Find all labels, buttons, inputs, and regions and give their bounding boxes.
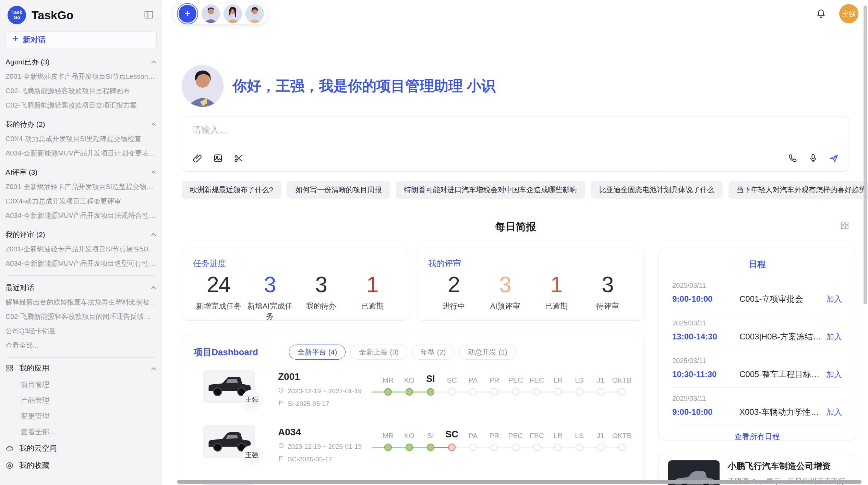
attach-file-button[interactable] bbox=[192, 153, 203, 164]
notifications-button[interactable] bbox=[816, 8, 826, 20]
sidebar-list-item[interactable]: Z001-全新燃油轻卡产品开发项目SI造型提交物评审 bbox=[5, 179, 156, 194]
sidebar-list-item[interactable]: Z001-全新燃油皮卡产品开发项目SI节点Lesson Learn报告 bbox=[5, 69, 156, 84]
sidebar: Task Go TaskGo 新对话 Agent已办 (3) bbox=[0, 0, 162, 485]
recent-chat-item[interactable]: C02-飞腾新能源轻客改款项目的闭环通告反馈情况 bbox=[5, 309, 156, 324]
project-row[interactable]: 王强 A034 2023-12-19 ~ 2026-01-19 bbox=[194, 425, 632, 471]
sidebar-list-item[interactable]: A034-全新新能源MUV产品开发项目计划变更表编写 bbox=[5, 146, 156, 160]
sidebar-list-item[interactable]: C02-飞腾新能源轻客改款项目立项汇报方案 bbox=[5, 98, 156, 112]
sidebar-item-my-apps[interactable]: 我的应用 bbox=[5, 360, 156, 377]
sidebar-list-item[interactable]: C0X4-动力总成开发项目SI里程碑提交物检查 bbox=[5, 132, 156, 146]
dashboard-filter-chip[interactable]: 全新平台 (4) bbox=[289, 345, 346, 360]
milestone-node bbox=[618, 444, 626, 451]
insert-image-button[interactable] bbox=[213, 153, 223, 164]
recent-chat-item[interactable]: 查看全部... bbox=[5, 338, 156, 352]
app-sub-item[interactable]: 项目管理 bbox=[5, 377, 156, 393]
new-chat-button[interactable]: 新对话 bbox=[5, 32, 157, 48]
sidebar-list-item[interactable]: A034-全新新能源MUV产品开发项目法规符合性评审 bbox=[5, 208, 156, 223]
sidebar-list-item[interactable]: Z001-全新燃油轻卡产品开发项目SI节点属性5D文件评审 bbox=[5, 242, 156, 256]
milestone-label: FEC bbox=[530, 371, 544, 384]
milestone-label: OKTB bbox=[612, 371, 631, 384]
daily-briefing-title: 每日简报 bbox=[495, 221, 536, 232]
milestone-timeline: MR KO bbox=[377, 370, 632, 396]
sidebar-section-header[interactable]: AI评审 (3) bbox=[5, 165, 156, 179]
collapse-sidebar-button[interactable] bbox=[143, 9, 154, 21]
screenshot-button[interactable] bbox=[233, 153, 244, 164]
milestone-label: SC bbox=[445, 427, 458, 440]
milestone[interactable]: OKTB bbox=[611, 427, 632, 451]
project-row[interactable]: 王强 Z001 2023-12-19 ~ 2027-01-19 bbox=[194, 370, 632, 415]
app-sub-item[interactable]: 变更管理 bbox=[5, 408, 156, 424]
milestone-node bbox=[448, 388, 456, 396]
session-avatar-3[interactable] bbox=[245, 4, 264, 23]
sidebar-section-header[interactable]: 我的评审 (2) bbox=[5, 227, 156, 242]
sidebar-section-header[interactable]: Agent已办 (3) bbox=[5, 55, 156, 69]
chat-input[interactable] bbox=[192, 125, 839, 135]
voice-call-button[interactable] bbox=[787, 153, 798, 164]
new-session-button[interactable] bbox=[179, 5, 196, 23]
project-code: Z001 bbox=[278, 371, 377, 382]
stat-label: 新增完成任务 bbox=[193, 301, 244, 311]
session-avatar-2[interactable] bbox=[224, 4, 242, 23]
app-sub-item[interactable]: 产品管理 bbox=[5, 393, 156, 408]
schedule-time: 10:30-11:30 bbox=[672, 370, 739, 379]
suggestion-chip[interactable]: 如何写一份清晰的项目周报 bbox=[287, 181, 390, 199]
bell-icon bbox=[816, 8, 826, 20]
suggestion-chip[interactable]: 欧洲新规最近颁布了什么? bbox=[182, 181, 281, 199]
horizontal-scrollbar[interactable] bbox=[177, 480, 861, 484]
stat-grid: 2 进行中 3 AI预评审 bbox=[428, 272, 633, 311]
join-meeting-link[interactable]: 加入 bbox=[826, 369, 842, 380]
vertical-scrollbar[interactable] bbox=[864, 5, 867, 304]
send-button[interactable] bbox=[829, 153, 839, 164]
session-avatar-1[interactable] bbox=[202, 4, 220, 23]
dashboard-filter-chip[interactable]: 年型 (2) bbox=[412, 345, 455, 360]
schedule-item: 2025/03/11 13:00-14:30 C003|H0B-方案冻结评审 加… bbox=[672, 312, 842, 350]
join-meeting-link[interactable]: 加入 bbox=[826, 294, 842, 304]
microphone-button[interactable] bbox=[808, 153, 818, 164]
user-avatar[interactable]: 王强 bbox=[839, 4, 858, 23]
stat-value: 1 bbox=[531, 272, 582, 298]
sidebar-recent-section: 最近对话 解释最新出台的欧盟报废车法规再生塑料比例被调至15%... C02-飞… bbox=[5, 281, 156, 352]
schedule-row: 10:30-11:30 C005-整车工程目标评审 加入 bbox=[672, 369, 842, 380]
milestone-node bbox=[512, 444, 519, 451]
briefing-layout-button[interactable] bbox=[840, 221, 849, 231]
dashboard-filter-chip[interactable]: 全新上装 (3) bbox=[350, 345, 407, 360]
dashboard-filter-chip[interactable]: 动总开发 (1) bbox=[459, 345, 516, 360]
milestone-label: OKTB bbox=[612, 427, 631, 440]
sidebar-item-cloud-space[interactable]: 我的云空间 bbox=[5, 440, 156, 457]
milestone-label: PEC bbox=[508, 427, 523, 440]
logo-text-bottom: Go bbox=[13, 15, 20, 20]
sidebar-header: Task Go TaskGo bbox=[0, 0, 162, 30]
chevron-up-icon bbox=[151, 60, 156, 64]
milestone-label: PR bbox=[489, 371, 499, 384]
stat-item: 1 已逾期 bbox=[347, 272, 398, 322]
app-sub-item[interactable]: 查看全部... bbox=[5, 424, 156, 440]
milestone[interactable]: OKTB bbox=[611, 371, 632, 396]
recent-chat-item[interactable]: 解释最新出台的欧盟报废车法规再生塑料比例被调至15%... bbox=[5, 295, 156, 309]
sidebar-item-favorites[interactable]: 我的收藏 bbox=[5, 457, 156, 474]
suggestion-chip[interactable]: 比亚迪全固态电池计划具体说了什么 bbox=[591, 181, 723, 199]
project-flag-text: SC-2025-05-17 bbox=[288, 456, 332, 463]
stat-card-title: 任务进度 bbox=[193, 258, 398, 269]
sidebar-section-header[interactable]: 最近对话 bbox=[5, 281, 156, 295]
sidebar-list-item[interactable]: A034-全新新能源MUV产品开发项目造型可行性评审 bbox=[5, 256, 156, 271]
main-area: 王强 你好，王强，我是你的项目管理助理 小识 bbox=[162, 0, 868, 485]
milestone-node bbox=[491, 388, 498, 396]
input-toolbar-right bbox=[787, 153, 839, 164]
schedule-date: 2025/03/11 bbox=[672, 357, 842, 365]
divider bbox=[6, 357, 156, 358]
flag-icon bbox=[278, 400, 284, 408]
milestone-label: KO bbox=[404, 427, 414, 440]
sidebar-section-header[interactable]: 我的待办 (2) bbox=[5, 117, 156, 132]
recent-chat-item[interactable]: 公司Q3轻卡销量 bbox=[5, 324, 156, 338]
suggestion-chip[interactable]: 当下年轻人对汽车外观有怎样的喜好趋势 bbox=[728, 181, 868, 199]
stat-label: 已逾期 bbox=[347, 301, 398, 311]
schedule-event-title: C003|H0B-方案冻结评审 bbox=[739, 331, 826, 342]
sidebar-item-ai-employee[interactable]: AI超级员工 bbox=[5, 481, 156, 485]
join-meeting-link[interactable]: 加入 bbox=[826, 407, 842, 418]
join-meeting-link[interactable]: 加入 bbox=[826, 332, 842, 342]
schedule-row: 9:00-10:00 X003-车辆动力学性能验... 加入 bbox=[672, 407, 842, 418]
suggestion-chip[interactable]: 特朗普可能对进口汽车增税会对中国车企造成哪些影响 bbox=[396, 181, 585, 199]
sidebar-list-item[interactable]: C02-飞腾新能源轻客改款项目里程碑画布 bbox=[5, 84, 156, 98]
sidebar-list-item[interactable]: C0X4-动力总成开发项目工程变更评审 bbox=[5, 194, 156, 208]
view-all-schedule-link[interactable]: 查看所有日程 bbox=[672, 425, 842, 440]
